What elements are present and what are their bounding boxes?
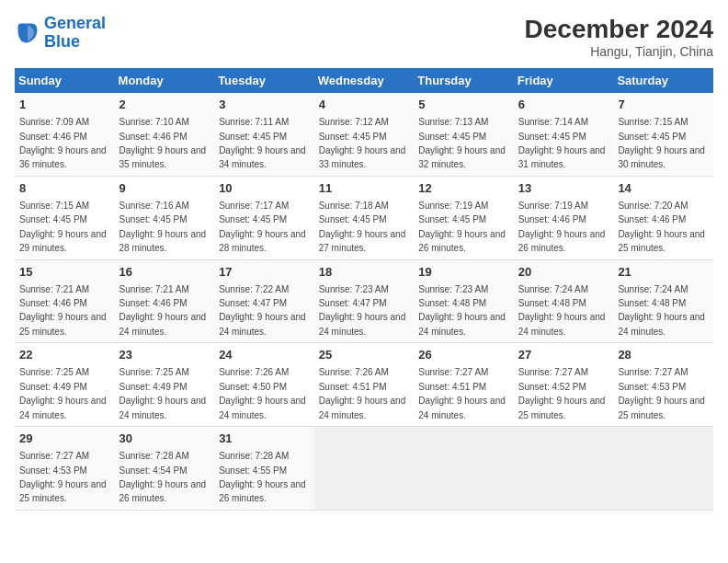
subtitle: Hangu, Tianjin, China [525,44,713,59]
day-number: 15 [19,264,110,281]
day-number: 18 [319,264,410,281]
calendar-row: 1 Sunrise: 7:09 AMSunset: 4:46 PMDayligh… [15,93,713,176]
day-number: 6 [518,97,609,113]
day-number: 1 [19,97,110,113]
table-row: 8 Sunrise: 7:15 AMSunset: 4:45 PMDayligh… [15,176,115,259]
logo: General Blue [15,15,106,52]
day-info: Sunrise: 7:13 AMSunset: 4:45 PMDaylight:… [418,117,506,169]
day-info: Sunrise: 7:14 AMSunset: 4:45 PMDaylight:… [518,117,606,169]
col-wednesday: Wednesday [314,68,415,93]
table-row: 17 Sunrise: 7:22 AMSunset: 4:47 PMDaylig… [214,259,314,343]
day-info: Sunrise: 7:25 AMSunset: 4:49 PMDaylight:… [119,367,207,419]
calendar-table: Sunday Monday Tuesday Wednesday Thursday… [15,68,713,511]
day-info: Sunrise: 7:27 AMSunset: 4:53 PMDaylight:… [19,451,107,503]
day-info: Sunrise: 7:19 AMSunset: 4:45 PMDaylight:… [418,201,506,253]
table-row: 27 Sunrise: 7:27 AMSunset: 4:52 PMDaylig… [514,343,614,427]
day-info: Sunrise: 7:27 AMSunset: 4:52 PMDaylight:… [518,367,606,419]
day-info: Sunrise: 7:18 AMSunset: 4:45 PMDaylight:… [319,201,406,253]
day-info: Sunrise: 7:23 AMSunset: 4:48 PMDaylight:… [418,284,506,337]
day-number: 10 [219,180,310,197]
table-row [613,427,713,511]
day-number: 29 [19,431,110,447]
day-number: 12 [418,180,509,197]
calendar-row: 8 Sunrise: 7:15 AMSunset: 4:45 PMDayligh… [15,176,713,259]
day-number: 8 [19,180,110,197]
day-number: 31 [219,431,310,447]
day-info: Sunrise: 7:22 AMSunset: 4:47 PMDaylight:… [219,284,306,337]
day-info: Sunrise: 7:12 AMSunset: 4:45 PMDaylight:… [319,117,406,169]
table-row: 13 Sunrise: 7:19 AMSunset: 4:46 PMDaylig… [514,176,614,259]
day-info: Sunrise: 7:26 AMSunset: 4:51 PMDaylight:… [319,367,406,419]
table-row: 4 Sunrise: 7:12 AMSunset: 4:45 PMDayligh… [314,93,415,176]
day-number: 21 [618,264,709,281]
calendar-row: 15 Sunrise: 7:21 AMSunset: 4:46 PMDaylig… [15,259,713,343]
table-row: 31 Sunrise: 7:28 AMSunset: 4:55 PMDaylig… [214,427,314,511]
day-number: 2 [119,97,210,113]
day-info: Sunrise: 7:09 AMSunset: 4:46 PMDaylight:… [19,117,107,169]
table-row: 12 Sunrise: 7:19 AMSunset: 4:45 PMDaylig… [414,176,514,259]
calendar-row: 22 Sunrise: 7:25 AMSunset: 4:49 PMDaylig… [15,343,713,427]
table-row: 26 Sunrise: 7:27 AMSunset: 4:51 PMDaylig… [414,343,514,427]
day-info: Sunrise: 7:10 AMSunset: 4:46 PMDaylight:… [119,117,207,169]
day-number: 7 [618,97,709,113]
day-info: Sunrise: 7:26 AMSunset: 4:50 PMDaylight:… [219,367,306,419]
table-row: 24 Sunrise: 7:26 AMSunset: 4:50 PMDaylig… [214,343,314,427]
day-number: 26 [418,347,509,363]
day-info: Sunrise: 7:27 AMSunset: 4:53 PMDaylight:… [618,367,705,419]
day-number: 17 [219,264,310,281]
header-row: Sunday Monday Tuesday Wednesday Thursday… [15,68,713,93]
day-number: 27 [518,347,609,363]
table-row: 15 Sunrise: 7:21 AMSunset: 4:46 PMDaylig… [15,259,115,343]
col-friday: Friday [514,68,614,93]
table-row: 30 Sunrise: 7:28 AMSunset: 4:54 PMDaylig… [115,427,215,511]
page-header: General Blue December 2024 Hangu, Tianji… [15,15,713,59]
logo-icon [15,20,40,46]
table-row: 20 Sunrise: 7:24 AMSunset: 4:48 PMDaylig… [514,259,614,343]
day-number: 23 [119,347,210,363]
calendar-body: 1 Sunrise: 7:09 AMSunset: 4:46 PMDayligh… [15,93,713,510]
day-number: 14 [618,180,709,197]
day-info: Sunrise: 7:15 AMSunset: 4:45 PMDaylight:… [618,117,705,169]
table-row [414,427,514,511]
day-number: 28 [618,347,709,363]
table-row: 14 Sunrise: 7:20 AMSunset: 4:46 PMDaylig… [613,176,713,259]
day-number: 16 [119,264,210,281]
table-row: 11 Sunrise: 7:18 AMSunset: 4:45 PMDaylig… [314,176,415,259]
col-monday: Monday [115,68,215,93]
table-row: 7 Sunrise: 7:15 AMSunset: 4:45 PMDayligh… [613,93,713,176]
day-number: 13 [518,180,609,197]
day-info: Sunrise: 7:17 AMSunset: 4:45 PMDaylight:… [219,201,306,253]
table-row: 21 Sunrise: 7:24 AMSunset: 4:48 PMDaylig… [613,259,713,343]
day-info: Sunrise: 7:16 AMSunset: 4:45 PMDaylight:… [119,201,207,253]
table-row: 3 Sunrise: 7:11 AMSunset: 4:45 PMDayligh… [214,93,314,176]
table-row: 29 Sunrise: 7:27 AMSunset: 4:53 PMDaylig… [15,427,115,511]
col-sunday: Sunday [15,68,115,93]
main-title: December 2024 [525,15,713,44]
day-info: Sunrise: 7:25 AMSunset: 4:49 PMDaylight:… [19,367,107,419]
col-thursday: Thursday [414,68,514,93]
day-info: Sunrise: 7:24 AMSunset: 4:48 PMDaylight:… [618,284,705,337]
table-row: 22 Sunrise: 7:25 AMSunset: 4:49 PMDaylig… [15,343,115,427]
table-row: 23 Sunrise: 7:25 AMSunset: 4:49 PMDaylig… [115,343,215,427]
day-info: Sunrise: 7:24 AMSunset: 4:48 PMDaylight:… [518,284,606,337]
day-info: Sunrise: 7:28 AMSunset: 4:55 PMDaylight:… [219,451,306,503]
logo-text: General Blue [44,15,106,52]
day-number: 20 [518,264,609,281]
table-row: 5 Sunrise: 7:13 AMSunset: 4:45 PMDayligh… [414,93,514,176]
table-row [514,427,614,511]
table-row: 16 Sunrise: 7:21 AMSunset: 4:46 PMDaylig… [115,259,215,343]
day-number: 25 [319,347,410,363]
table-row: 1 Sunrise: 7:09 AMSunset: 4:46 PMDayligh… [15,93,115,176]
table-row: 18 Sunrise: 7:23 AMSunset: 4:47 PMDaylig… [314,259,415,343]
day-number: 11 [319,180,410,197]
day-number: 9 [119,180,210,197]
table-row: 9 Sunrise: 7:16 AMSunset: 4:45 PMDayligh… [115,176,215,259]
day-info: Sunrise: 7:23 AMSunset: 4:47 PMDaylight:… [319,284,406,337]
day-info: Sunrise: 7:28 AMSunset: 4:54 PMDaylight:… [119,451,207,503]
table-row: 25 Sunrise: 7:26 AMSunset: 4:51 PMDaylig… [314,343,415,427]
day-number: 5 [418,97,509,113]
title-block: December 2024 Hangu, Tianjin, China [525,15,713,59]
day-info: Sunrise: 7:11 AMSunset: 4:45 PMDaylight:… [219,117,306,169]
day-number: 22 [19,347,110,363]
col-tuesday: Tuesday [214,68,314,93]
